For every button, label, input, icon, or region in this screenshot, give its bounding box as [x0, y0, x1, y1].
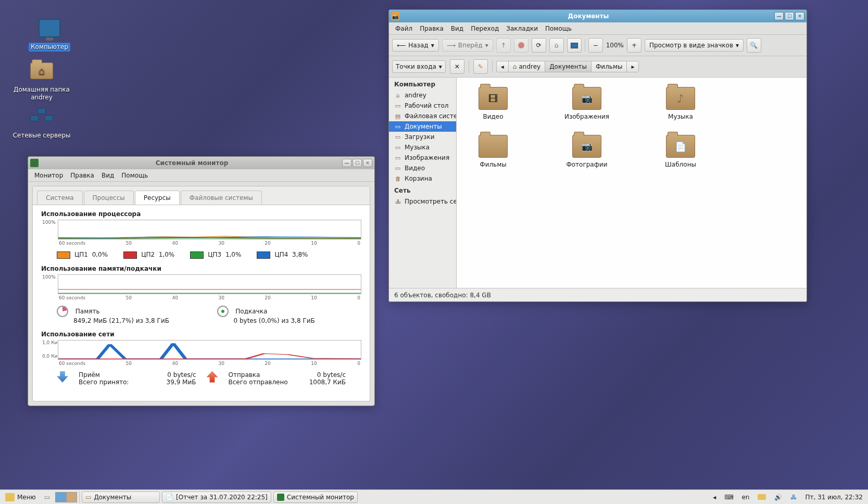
close-button[interactable]: ✕	[795, 12, 804, 20]
sidebar-item-documents[interactable]: ▭Документы	[389, 121, 456, 132]
tab-system[interactable]: Система	[37, 191, 83, 205]
desktop-icon-label: Компьютер	[29, 43, 70, 52]
folder-item-templates[interactable]: Шаблоны	[649, 135, 712, 168]
chevron-down-icon: ▾	[439, 63, 442, 70]
crumb-films[interactable]: Фильмы	[591, 61, 627, 72]
file-manager-window: 📷 Документы — ☐ ✕ Файл Правка Вид Перехо…	[388, 9, 807, 302]
tray-collapse[interactable]: ◂	[710, 492, 719, 503]
crumb-forward[interactable]: ▸	[626, 61, 639, 72]
upload-icon	[207, 371, 218, 383]
menu-view[interactable]: Вид	[98, 170, 117, 181]
tab-resources[interactable]: Ресурсы	[135, 191, 180, 205]
computer-button[interactable]	[567, 38, 582, 53]
folder-item-video[interactable]: Видео	[462, 87, 524, 120]
net-recv: Приём0 bytes/с Всего принято:39,9 МиБ	[57, 371, 196, 386]
y-axis-label: 100%	[42, 274, 56, 280]
close-sidebar-button[interactable]: ✕	[450, 59, 464, 74]
maximize-button[interactable]: ☐	[353, 159, 362, 167]
desktop-icon-network[interactable]: Сетевые серверы	[8, 104, 76, 140]
sidebar-item-browse-network[interactable]: 🖧Просмотреть сеть	[389, 196, 456, 207]
desktop: Компьютер Домашняя папка andrey Сетевые …	[0, 0, 868, 489]
tab-processes[interactable]: Процессы	[84, 191, 134, 205]
mem-info: Память 849,2 МиБ (21,7%) из 3,8 ГиБ	[57, 306, 186, 324]
menu-file[interactable]: Файл	[392, 23, 416, 34]
folder-item-photos[interactable]: Фотографии	[556, 135, 618, 168]
icon-view[interactable]: Видео Изображения Музыка Фильмы Фотограф…	[457, 78, 807, 288]
nav-toolbar: ⟵Назад ▾ ⟶Вперёд ▾ ↑ ⟳ ⌂ − 100% + Просмо…	[389, 35, 807, 56]
menu-monitor[interactable]: Монитор	[31, 170, 66, 181]
zoom-in-button[interactable]: +	[627, 38, 641, 53]
search-button[interactable]: 🔍	[747, 38, 761, 53]
zoom-out-button[interactable]: −	[588, 38, 603, 53]
task-documents[interactable]: ▭Документы	[82, 492, 160, 503]
desktop-icon: ▭	[44, 494, 50, 501]
up-icon: ↑	[501, 42, 506, 49]
home-button[interactable]: ⌂	[549, 38, 564, 53]
reload-button[interactable]: ⟳	[532, 38, 546, 53]
menu-edit[interactable]: Правка	[417, 23, 447, 34]
back-button[interactable]: ⟵Назад ▾	[392, 39, 439, 52]
tab-filesystems[interactable]: Файловые системы	[181, 191, 262, 205]
menu-bookmarks[interactable]: Закладки	[503, 23, 541, 34]
maximize-button[interactable]: ☐	[785, 12, 794, 20]
folder-icon: ▭	[394, 133, 401, 141]
trash-icon: 🗑	[394, 175, 401, 182]
task-sysmon[interactable]: Системный монитор	[273, 492, 358, 503]
y-axis-label: 100%	[42, 220, 56, 225]
sidebar-head-network: Сеть	[389, 184, 456, 196]
menu-help[interactable]: Помощь	[118, 170, 151, 181]
up-button[interactable]: ↑	[496, 38, 511, 53]
folder-icon: ▭	[85, 494, 91, 501]
search-icon: 🔍	[750, 42, 758, 49]
desktop-icon-computer[interactable]: Компьютер	[16, 16, 83, 52]
forward-icon: ⟶	[447, 42, 456, 49]
places-dropdown[interactable]: Точки входа▾	[392, 60, 446, 73]
sidebar-item-home[interactable]: ⌂andrey	[389, 90, 456, 100]
folder-icon	[666, 87, 695, 110]
titlebar[interactable]: 📷 Документы — ☐ ✕	[389, 10, 807, 22]
taskbar: Меню ▭ ▭Документы 📄[Отчет за 31.07.2020 …	[0, 489, 868, 504]
legend-cpu2: ЦП2 1,0%	[123, 251, 174, 259]
menu-edit[interactable]: Правка	[67, 170, 97, 181]
crumb-docs[interactable]: Документы	[545, 61, 592, 72]
show-desktop-button[interactable]: ▭	[41, 492, 53, 503]
tray-network[interactable]: 🖧	[787, 492, 800, 503]
edit-path-button[interactable]: ✎	[473, 59, 488, 74]
tray-clock[interactable]: Пт, 31 июл, 22:32	[802, 492, 866, 503]
crumb-back[interactable]: ◂	[496, 61, 509, 72]
net-chart	[58, 340, 361, 360]
forward-button[interactable]: ⟶Вперёд ▾	[442, 39, 493, 52]
folder-item-films[interactable]: Фильмы	[462, 135, 524, 168]
tray-keyboard[interactable]: ⌨	[721, 492, 736, 503]
minimize-button[interactable]: —	[774, 12, 784, 20]
folder-item-images[interactable]: Изображения	[556, 87, 618, 120]
task-report[interactable]: 📄[Отчет за 31.07.2020 22:25]	[162, 492, 271, 503]
sysmon-icon	[277, 494, 284, 501]
workspace-switcher[interactable]	[55, 492, 77, 502]
sidebar-item-filesystem[interactable]: ▤Файловая систе…	[389, 111, 456, 121]
tray-volume[interactable]: 🔊	[771, 492, 785, 503]
menu-help[interactable]: Помощь	[542, 23, 575, 34]
sidebar-item-pictures[interactable]: ▭Изображения	[389, 153, 456, 163]
menu-button[interactable]: Меню	[2, 492, 39, 503]
home-folder-icon	[30, 62, 53, 79]
sidebar-item-trash[interactable]: 🗑Корзина	[389, 173, 456, 184]
minimize-button[interactable]: —	[342, 159, 351, 167]
menu-go[interactable]: Переход	[468, 23, 502, 34]
sidebar-item-music[interactable]: ▭Музыка	[389, 142, 456, 153]
crumb-home[interactable]: ⌂andrey	[508, 61, 545, 72]
close-button[interactable]: ✕	[363, 159, 372, 167]
stop-button[interactable]	[514, 38, 529, 53]
menu-view[interactable]: Вид	[448, 23, 467, 34]
mem-heading: Использование памяти/подкачки	[41, 265, 361, 272]
mem-disk-icon	[57, 306, 68, 317]
titlebar[interactable]: ▦ Системный монитор — ☐ ✕	[28, 157, 374, 169]
tray-lang[interactable]: en	[738, 492, 752, 503]
tray-display[interactable]	[754, 492, 769, 503]
folder-item-music[interactable]: Музыка	[649, 87, 712, 120]
desktop-icon-home[interactable]: Домашняя папка andrey	[8, 58, 76, 102]
view-mode-select[interactable]: Просмотр в виде значков ▾	[645, 39, 744, 52]
sidebar-item-videos[interactable]: ▭Видео	[389, 163, 456, 173]
sidebar-item-downloads[interactable]: ▭Загрузки	[389, 132, 456, 142]
sidebar-item-desktop[interactable]: ▭Рабочий стол	[389, 100, 456, 111]
